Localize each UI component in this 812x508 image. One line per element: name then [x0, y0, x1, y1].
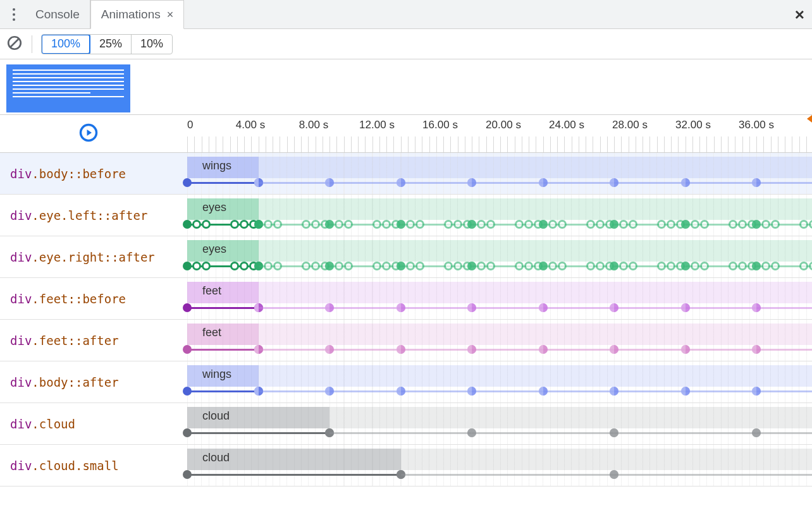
keyframe-marker[interactable] [738, 220, 747, 229]
keyframe-marker[interactable] [254, 387, 263, 396]
keyframe-marker[interactable] [610, 387, 618, 396]
keyframe-marker[interactable] [524, 220, 533, 229]
keyframe-marker[interactable] [254, 178, 263, 187]
keyframe-marker[interactable] [254, 262, 263, 270]
keyframe-marker[interactable] [325, 178, 334, 187]
keyframe-marker[interactable] [771, 220, 780, 229]
keyframe-marker[interactable] [453, 220, 462, 229]
keyframe-marker[interactable] [202, 220, 211, 229]
keyframe-marker[interactable] [524, 262, 533, 270]
keyframe-marker[interactable] [610, 220, 618, 229]
capture-thumbnail[interactable] [6, 64, 130, 112]
keyframe-marker[interactable] [325, 262, 334, 270]
track-lane[interactable]: cloud [177, 403, 812, 444]
keyframe-marker[interactable] [183, 178, 192, 187]
keyframe-marker[interactable] [302, 220, 311, 229]
tab-console[interactable]: Console [25, 0, 90, 29]
keyframe-marker[interactable] [325, 220, 334, 229]
keyframe-marker[interactable] [192, 220, 201, 229]
keyframe-marker[interactable] [681, 345, 690, 354]
keyframe-marker[interactable] [397, 178, 405, 187]
speed-25[interactable]: 25% [90, 35, 131, 54]
animation-track[interactable]: div.feet::beforefeet [0, 278, 812, 320]
keyframe-marker[interactable] [382, 262, 391, 270]
keyframe-marker[interactable] [691, 220, 699, 229]
keyframe-marker[interactable] [752, 428, 761, 437]
clear-icon[interactable] [6, 35, 23, 54]
keyframe-marker[interactable] [344, 220, 353, 229]
track-lane[interactable]: feet [177, 278, 812, 319]
keyframe-marker[interactable] [183, 470, 192, 479]
keyframe-marker[interactable] [230, 220, 239, 229]
keyframe-marker[interactable] [382, 220, 391, 229]
keyframe-marker[interactable] [515, 220, 524, 229]
keyframe-marker[interactable] [183, 387, 192, 396]
keyframe-marker[interactable] [183, 345, 192, 354]
keyframe-marker[interactable] [397, 303, 405, 312]
keyframe-marker[interactable] [539, 345, 548, 354]
keyframe-marker[interactable] [761, 220, 770, 229]
timeline-ruler[interactable]: 04.00 s8.00 s12.00 s16.00 s20.00 s24.00 … [177, 115, 812, 152]
keyframe-marker[interactable] [610, 345, 618, 354]
keyframe-marker[interactable] [254, 345, 263, 354]
keyframe-marker[interactable] [691, 262, 699, 270]
keyframe-marker[interactable] [799, 262, 808, 270]
keyframe-marker[interactable] [610, 303, 618, 312]
keyframe-marker[interactable] [273, 220, 282, 229]
keyframe-marker[interactable] [335, 262, 343, 270]
keyframe-marker[interactable] [230, 262, 239, 270]
keyframe-marker[interactable] [586, 220, 595, 229]
keyframe-marker[interactable] [586, 262, 595, 270]
keyframe-marker[interactable] [397, 262, 405, 270]
animation-track[interactable]: div.eye.right::aftereyes [0, 236, 812, 278]
keyframe-marker[interactable] [729, 220, 737, 229]
keyframe-marker[interactable] [240, 262, 249, 270]
keyframe-marker[interactable] [335, 220, 343, 229]
keyframe-marker[interactable] [406, 262, 415, 270]
keyframe-marker[interactable] [700, 220, 709, 229]
animation-track[interactable]: div.body::beforewings [0, 153, 812, 195]
keyframe-marker[interactable] [311, 262, 320, 270]
keyframe-marker[interactable] [372, 262, 381, 270]
track-lane[interactable]: eyes [177, 195, 812, 236]
keyframe-marker[interactable] [681, 178, 690, 187]
keyframe-marker[interactable] [467, 220, 476, 229]
track-lane[interactable]: wings [177, 361, 812, 402]
keyframe-marker[interactable] [610, 262, 618, 270]
keyframe-marker[interactable] [467, 345, 476, 354]
keyframe-marker[interactable] [467, 262, 476, 270]
keyframe-marker[interactable] [539, 262, 548, 270]
keyframe-marker[interactable] [548, 220, 557, 229]
keyframe-marker[interactable] [729, 262, 737, 270]
speed-100[interactable]: 100% [41, 34, 90, 54]
keyframe-marker[interactable] [752, 220, 761, 229]
keyframe-marker[interactable] [548, 262, 557, 270]
animation-track[interactable]: div.eye.left::aftereyes [0, 195, 812, 236]
keyframe-marker[interactable] [558, 220, 567, 229]
keyframe-marker[interactable] [325, 428, 334, 437]
keyframe-marker[interactable] [539, 178, 548, 187]
keyframe-marker[interactable] [254, 303, 263, 312]
keyframe-marker[interactable] [681, 220, 690, 229]
keyframe-marker[interactable] [681, 303, 690, 312]
keyframe-marker[interactable] [397, 470, 405, 479]
keyframe-marker[interactable] [192, 262, 201, 270]
close-panel-icon[interactable]: × [795, 5, 804, 25]
keyframe-marker[interactable] [681, 387, 690, 396]
keyframe-marker[interactable] [406, 220, 415, 229]
replay-icon[interactable] [79, 123, 98, 145]
keyframe-marker[interactable] [302, 262, 311, 270]
keyframe-marker[interactable] [657, 220, 666, 229]
keyframe-marker[interactable] [558, 262, 567, 270]
animation-track[interactable]: div.cloud.smallcloud [0, 445, 812, 487]
keyframe-marker[interactable] [681, 262, 690, 270]
keyframe-marker[interactable] [397, 345, 405, 354]
keyframe-marker[interactable] [629, 262, 637, 270]
keyframe-marker[interactable] [467, 178, 476, 187]
keyframe-marker[interactable] [467, 428, 476, 437]
keyframe-marker[interactable] [752, 178, 761, 187]
keyframe-marker[interactable] [752, 303, 761, 312]
keyframe-marker[interactable] [738, 262, 747, 270]
track-lane[interactable]: eyes [177, 236, 812, 277]
keyframe-marker[interactable] [444, 262, 453, 270]
